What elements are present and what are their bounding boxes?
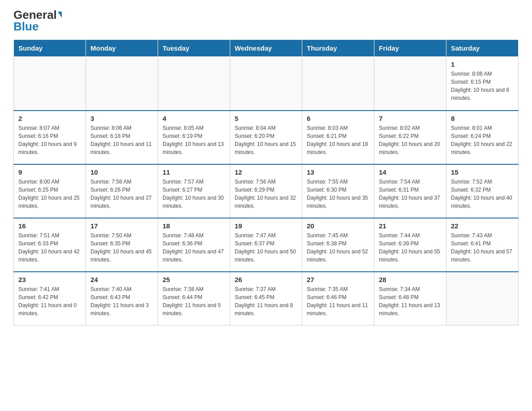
day-info: Sunrise: 7:54 AMSunset: 6:31 PMDaylight:… xyxy=(379,178,442,210)
calendar-day-cell xyxy=(374,57,446,111)
calendar-day-cell: 22Sunrise: 7:43 AMSunset: 6:41 PMDayligh… xyxy=(446,218,519,272)
day-number: 13 xyxy=(307,168,369,176)
day-info: Sunrise: 7:38 AMSunset: 6:44 PMDaylight:… xyxy=(163,285,225,317)
calendar-day-cell: 16Sunrise: 7:51 AMSunset: 6:33 PMDayligh… xyxy=(14,218,86,272)
day-info: Sunrise: 7:57 AMSunset: 6:27 PMDaylight:… xyxy=(163,178,225,210)
calendar-day-cell xyxy=(230,57,302,111)
calendar-day-cell: 18Sunrise: 7:48 AMSunset: 6:36 PMDayligh… xyxy=(158,218,230,272)
calendar-day-cell xyxy=(14,57,86,111)
calendar-day-cell xyxy=(86,57,158,111)
day-info: Sunrise: 8:02 AMSunset: 6:22 PMDaylight:… xyxy=(379,124,442,156)
day-info: Sunrise: 7:52 AMSunset: 6:32 PMDaylight:… xyxy=(451,178,514,210)
day-of-week-header: Sunday xyxy=(14,40,86,57)
logo-triangle-icon xyxy=(58,12,62,18)
day-info: Sunrise: 8:04 AMSunset: 6:20 PMDaylight:… xyxy=(235,124,297,156)
day-number: 12 xyxy=(235,168,297,176)
day-number: 19 xyxy=(235,222,297,230)
day-number: 3 xyxy=(90,115,153,122)
calendar-day-cell: 5Sunrise: 8:04 AMSunset: 6:20 PMDaylight… xyxy=(230,111,302,164)
day-info: Sunrise: 7:47 AMSunset: 6:37 PMDaylight:… xyxy=(235,231,297,264)
day-of-week-header: Thursday xyxy=(302,40,374,57)
day-info: Sunrise: 8:03 AMSunset: 6:21 PMDaylight:… xyxy=(307,124,369,156)
day-number: 7 xyxy=(379,115,442,122)
day-number: 16 xyxy=(18,222,81,230)
calendar-day-cell: 9Sunrise: 8:00 AMSunset: 6:25 PMDaylight… xyxy=(14,164,86,218)
day-info: Sunrise: 8:01 AMSunset: 6:24 PMDaylight:… xyxy=(451,124,514,156)
day-info: Sunrise: 7:50 AMSunset: 6:35 PMDaylight:… xyxy=(90,231,153,264)
day-of-week-header: Wednesday xyxy=(230,40,302,57)
day-number: 22 xyxy=(451,222,514,230)
logo: General Blue xyxy=(13,9,62,32)
page-header: General Blue xyxy=(13,9,519,32)
calendar-day-cell: 7Sunrise: 8:02 AMSunset: 6:22 PMDaylight… xyxy=(374,111,446,164)
calendar-day-cell: 6Sunrise: 8:03 AMSunset: 6:21 PMDaylight… xyxy=(302,111,374,164)
calendar-day-cell: 11Sunrise: 7:57 AMSunset: 6:27 PMDayligh… xyxy=(158,164,230,218)
day-number: 6 xyxy=(307,115,369,122)
day-number: 5 xyxy=(235,115,297,122)
day-number: 26 xyxy=(235,276,297,283)
calendar-week-row: 9Sunrise: 8:00 AMSunset: 6:25 PMDaylight… xyxy=(14,164,519,218)
calendar-day-cell xyxy=(302,57,374,111)
calendar-day-cell: 2Sunrise: 8:07 AMSunset: 6:16 PMDaylight… xyxy=(14,111,86,164)
day-info: Sunrise: 8:06 AMSunset: 6:18 PMDaylight:… xyxy=(90,124,153,156)
calendar-week-row: 16Sunrise: 7:51 AMSunset: 6:33 PMDayligh… xyxy=(14,218,519,272)
calendar-day-cell: 19Sunrise: 7:47 AMSunset: 6:37 PMDayligh… xyxy=(230,218,302,272)
day-number: 10 xyxy=(90,168,153,176)
day-info: Sunrise: 7:35 AMSunset: 6:46 PMDaylight:… xyxy=(307,285,369,317)
calendar-day-cell: 12Sunrise: 7:56 AMSunset: 6:29 PMDayligh… xyxy=(230,164,302,218)
calendar-header-row: SundayMondayTuesdayWednesdayThursdayFrid… xyxy=(14,40,519,57)
calendar-day-cell: 8Sunrise: 8:01 AMSunset: 6:24 PMDaylight… xyxy=(446,111,519,164)
logo-general-text: General xyxy=(13,9,62,21)
calendar-day-cell: 27Sunrise: 7:35 AMSunset: 6:46 PMDayligh… xyxy=(302,272,374,325)
day-number: 9 xyxy=(18,168,81,176)
calendar-day-cell: 1Sunrise: 8:08 AMSunset: 6:15 PMDaylight… xyxy=(446,57,519,111)
day-number: 8 xyxy=(451,115,514,122)
day-number: 15 xyxy=(451,168,514,176)
day-of-week-header: Friday xyxy=(374,40,446,57)
calendar-day-cell: 15Sunrise: 7:52 AMSunset: 6:32 PMDayligh… xyxy=(446,164,519,218)
day-info: Sunrise: 8:08 AMSunset: 6:15 PMDaylight:… xyxy=(451,70,514,102)
day-number: 20 xyxy=(307,222,369,230)
logo-blue-text: Blue xyxy=(13,21,39,32)
day-info: Sunrise: 7:43 AMSunset: 6:41 PMDaylight:… xyxy=(451,231,514,264)
calendar-day-cell: 28Sunrise: 7:34 AMSunset: 6:48 PMDayligh… xyxy=(374,272,446,325)
day-info: Sunrise: 7:41 AMSunset: 6:42 PMDaylight:… xyxy=(18,285,81,317)
day-info: Sunrise: 7:55 AMSunset: 6:30 PMDaylight:… xyxy=(307,178,369,210)
calendar-day-cell xyxy=(158,57,230,111)
day-info: Sunrise: 7:45 AMSunset: 6:38 PMDaylight:… xyxy=(307,231,369,264)
day-of-week-header: Tuesday xyxy=(158,40,230,57)
day-info: Sunrise: 7:58 AMSunset: 6:26 PMDaylight:… xyxy=(90,178,153,210)
day-info: Sunrise: 8:00 AMSunset: 6:25 PMDaylight:… xyxy=(18,178,81,210)
day-info: Sunrise: 8:05 AMSunset: 6:19 PMDaylight:… xyxy=(163,124,225,156)
calendar-day-cell: 13Sunrise: 7:55 AMSunset: 6:30 PMDayligh… xyxy=(302,164,374,218)
calendar-week-row: 2Sunrise: 8:07 AMSunset: 6:16 PMDaylight… xyxy=(14,111,519,164)
calendar-day-cell: 23Sunrise: 7:41 AMSunset: 6:42 PMDayligh… xyxy=(14,272,86,325)
day-info: Sunrise: 7:44 AMSunset: 6:39 PMDaylight:… xyxy=(379,231,442,264)
day-number: 28 xyxy=(379,276,442,283)
day-info: Sunrise: 8:07 AMSunset: 6:16 PMDaylight:… xyxy=(18,124,81,156)
day-number: 11 xyxy=(163,168,225,176)
day-info: Sunrise: 7:34 AMSunset: 6:48 PMDaylight:… xyxy=(379,285,442,317)
day-info: Sunrise: 7:56 AMSunset: 6:29 PMDaylight:… xyxy=(235,178,297,210)
calendar-day-cell: 14Sunrise: 7:54 AMSunset: 6:31 PMDayligh… xyxy=(374,164,446,218)
calendar-day-cell: 25Sunrise: 7:38 AMSunset: 6:44 PMDayligh… xyxy=(158,272,230,325)
day-number: 27 xyxy=(307,276,369,283)
day-number: 25 xyxy=(163,276,225,283)
day-of-week-header: Saturday xyxy=(446,40,519,57)
day-of-week-header: Monday xyxy=(86,40,158,57)
calendar-day-cell: 26Sunrise: 7:37 AMSunset: 6:45 PMDayligh… xyxy=(230,272,302,325)
day-number: 2 xyxy=(18,115,81,122)
calendar-day-cell: 20Sunrise: 7:45 AMSunset: 6:38 PMDayligh… xyxy=(302,218,374,272)
day-info: Sunrise: 7:51 AMSunset: 6:33 PMDaylight:… xyxy=(18,231,81,264)
day-number: 18 xyxy=(163,222,225,230)
day-info: Sunrise: 7:40 AMSunset: 6:43 PMDaylight:… xyxy=(90,285,153,317)
calendar-day-cell: 4Sunrise: 8:05 AMSunset: 6:19 PMDaylight… xyxy=(158,111,230,164)
calendar-week-row: 1Sunrise: 8:08 AMSunset: 6:15 PMDaylight… xyxy=(14,57,519,111)
day-number: 17 xyxy=(90,222,153,230)
calendar-week-row: 23Sunrise: 7:41 AMSunset: 6:42 PMDayligh… xyxy=(14,272,519,325)
day-number: 23 xyxy=(18,276,81,283)
day-info: Sunrise: 7:37 AMSunset: 6:45 PMDaylight:… xyxy=(235,285,297,317)
calendar-day-cell: 21Sunrise: 7:44 AMSunset: 6:39 PMDayligh… xyxy=(374,218,446,272)
day-number: 14 xyxy=(379,168,442,176)
calendar-day-cell: 17Sunrise: 7:50 AMSunset: 6:35 PMDayligh… xyxy=(86,218,158,272)
